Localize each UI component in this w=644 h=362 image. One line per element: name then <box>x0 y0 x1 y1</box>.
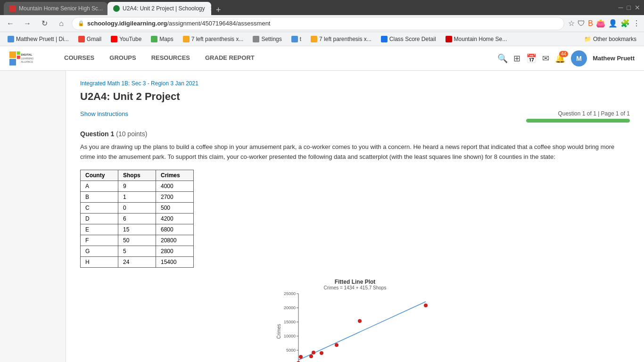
nav-groups[interactable]: GROUPS <box>102 46 143 71</box>
bookmark-label-maps: Maps <box>159 36 173 42</box>
chart-container: Fitted Line Plot Crimes = 1434 + 415.7 S… <box>80 277 630 362</box>
table-cell-7-0: H <box>81 256 118 267</box>
bookmark-gmail[interactable]: Gmail <box>74 35 105 43</box>
table-cell-2-2: 500 <box>156 202 194 213</box>
bookmarks-bar: Matthew Pruett | Di... Gmail YouTube Map… <box>0 32 644 46</box>
bookmark-other[interactable]: 📁 Other bookmarks <box>580 35 640 43</box>
user-name[interactable]: Mathew Pruett <box>593 55 635 62</box>
progress-area: Question 1 of 1 | Page 1 of 1 <box>526 110 630 123</box>
calendar-icon[interactable]: 📅 <box>526 53 537 64</box>
svg-point-39 <box>312 351 315 354</box>
bookmark-favicon-maps <box>151 36 157 42</box>
table-cell-5-1: 50 <box>118 235 156 246</box>
table-cell-0-1: 9 <box>118 181 156 191</box>
chart-title: Fitted Line Plot <box>335 279 376 285</box>
close-window-button[interactable]: ✕ <box>635 4 640 11</box>
bookmark-label-matthew: Matthew Pruett | Di... <box>16 36 69 42</box>
brave-icon[interactable]: B <box>588 19 593 28</box>
table-cell-4-1: 15 <box>118 224 156 235</box>
progress-bar-container <box>526 119 630 123</box>
svg-rect-3 <box>17 55 20 58</box>
bookmark-favicon-gmail <box>78 36 85 42</box>
tab-close-schoology[interactable]: ✕ <box>210 5 211 12</box>
shield-icon[interactable]: 🛡 <box>578 19 585 28</box>
bookmark-youtube[interactable]: YouTube <box>107 35 145 43</box>
svg-point-41 <box>335 343 339 347</box>
url-domain: schoology.idigilearning.org <box>87 20 167 27</box>
schoology-header: DIGITAL LEARNING ALLIANCE COURSES GROUPS… <box>0 46 644 71</box>
refresh-button[interactable]: ↻ <box>38 17 51 30</box>
tab-mountain-home[interactable]: Mountain Home Senior High Sc... ✕ <box>4 2 107 15</box>
star-icon[interactable]: ☆ <box>568 19 575 28</box>
minimize-button[interactable]: ─ <box>619 4 623 11</box>
wallet-icon[interactable]: 👛 <box>596 19 605 28</box>
bookmark-favicon-mountain-home <box>446 36 452 42</box>
nav-courses[interactable]: COURSES <box>57 46 102 71</box>
chart-svg: Fitted Line Plot Crimes = 1434 + 415.7 S… <box>275 277 435 362</box>
bookmark-matthew[interactable]: Matthew Pruett | Di... <box>4 35 73 43</box>
apps-grid-icon[interactable]: ⊞ <box>513 53 520 64</box>
maximize-button[interactable]: □ <box>627 4 631 11</box>
data-table: County Shops Crimes A94000B12700C0500D64… <box>80 170 194 268</box>
bookmark-settings[interactable]: Settings <box>249 35 285 43</box>
profile-icon[interactable]: 👤 <box>608 19 618 28</box>
bookmark-label-youtube: YouTube <box>119 36 141 42</box>
page-title: U2A4: Unit 2 Project <box>80 90 630 103</box>
table-row: F5020800 <box>81 235 194 246</box>
svg-rect-0 <box>9 51 16 58</box>
bookmark-label-class-score: Class Score Detail <box>389 36 436 42</box>
search-icon[interactable]: 🔍 <box>497 53 508 64</box>
svg-text:LEARNING: LEARNING <box>21 57 34 59</box>
table-cell-5-0: F <box>81 235 118 246</box>
extension-icon[interactable]: 🧩 <box>620 19 630 28</box>
table-cell-4-2: 6800 <box>156 224 194 235</box>
avatar[interactable]: M <box>571 50 587 66</box>
svg-line-35 <box>298 302 426 360</box>
browser-title-bar: Mountain Home Senior High Sc... ✕ U2A4: … <box>0 0 644 15</box>
nav-resources[interactable]: RESOURCES <box>144 46 198 71</box>
chart-subtitle: Crimes = 1434 + 415.7 Shops <box>324 285 387 290</box>
left-sidebar <box>0 71 66 362</box>
new-tab-button[interactable]: + <box>213 5 224 15</box>
bookmark-favicon-matthew <box>8 36 14 42</box>
header-actions: 🔍 ⊞ 📅 ✉ 🔔 44 M Mathew Pruett <box>497 50 635 66</box>
nav-grade-report[interactable]: GRADE REPORT <box>198 46 262 71</box>
bookmark-7left-2[interactable]: 7 left parenthesis x... <box>307 35 375 43</box>
main-content: Integrated Math 1B: Sec 3 - Region 3 Jan… <box>66 71 644 362</box>
bookmark-favicon-youtube <box>111 36 117 42</box>
tab-label-schoology: U2A4: Unit 2 Project | Schoology <box>123 5 205 12</box>
home-button[interactable]: ⌂ <box>55 17 68 30</box>
bookmark-favicon-t <box>291 36 298 42</box>
question-number: Question 1 <box>80 130 114 138</box>
mail-icon[interactable]: ✉ <box>542 53 549 64</box>
breadcrumb[interactable]: Integrated Math 1B: Sec 3 - Region 3 Jan… <box>80 80 630 87</box>
bookmark-favicon-class-score <box>381 36 388 42</box>
svg-text:5000: 5000 <box>286 348 296 353</box>
bookmark-maps[interactable]: Maps <box>147 35 177 43</box>
tab-favicon-schoology <box>113 5 120 12</box>
lock-icon: 🔒 <box>78 20 84 26</box>
forward-button[interactable]: → <box>21 17 34 30</box>
question-label: Question 1 (10 points) <box>80 130 630 138</box>
bookmark-label-other: Other bookmarks <box>593 36 636 42</box>
svg-point-40 <box>320 351 323 355</box>
folder-icon: 📁 <box>584 36 591 42</box>
svg-point-38 <box>309 354 313 358</box>
show-instructions-link[interactable]: Show instructions <box>80 110 128 117</box>
bookmark-7left-1[interactable]: 7 left parenthesis x... <box>179 35 248 43</box>
tab-label-mountain: Mountain Home Senior High Sc... <box>19 5 103 12</box>
table-cell-3-0: D <box>81 213 118 224</box>
svg-point-43 <box>424 304 428 307</box>
page-layout: Integrated Math 1B: Sec 3 - Region 3 Jan… <box>0 71 644 362</box>
notification-wrapper[interactable]: 🔔 44 <box>555 53 565 64</box>
table-row: C0500 <box>81 202 194 213</box>
url-bar[interactable]: 🔒 schoology.idigilearning.org/assignment… <box>72 17 564 30</box>
tab-schoology[interactable]: U2A4: Unit 2 Project | Schoology ✕ <box>107 2 211 15</box>
back-button[interactable]: ← <box>4 17 17 30</box>
bookmark-mountain-home[interactable]: Mountain Home Se... <box>442 35 511 43</box>
menu-icon[interactable]: ⋮ <box>633 19 640 28</box>
table-cell-0-2: 4000 <box>156 181 194 191</box>
address-bar: ← → ↻ ⌂ 🔒 schoology.idigilearning.org/as… <box>0 15 644 32</box>
bookmark-t[interactable]: t <box>288 35 305 43</box>
bookmark-class-score[interactable]: Class Score Detail <box>377 35 440 43</box>
